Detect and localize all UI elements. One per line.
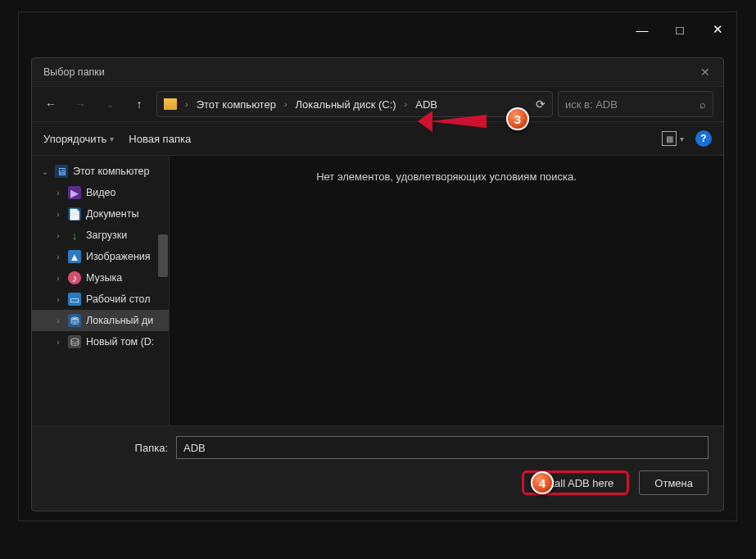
organize-label: Упорядочить (43, 133, 106, 145)
chevron-right-icon: › (185, 99, 188, 109)
new-folder-label: Новая папка (129, 133, 191, 145)
sidebar-item-3[interactable]: ›↓Загрузки (32, 225, 169, 246)
tree-item-icon: ♪ (68, 271, 81, 284)
chevron-icon: › (53, 338, 63, 347)
toolbar: Упорядочить ▾ Новая папка ▦ ▾ ? (32, 122, 723, 155)
folder-tree-sidebar: ⌄🖥Этот компьютер›▶Видео›📄Документы›↓Загр… (32, 156, 170, 425)
tree-item-label: Этот компьютер (73, 166, 149, 177)
breadcrumb-drive[interactable]: Локальный диск (C:) (296, 98, 396, 111)
sidebar-item-8[interactable]: ›⛁Новый том (D: (32, 331, 169, 352)
folder-field-label: Папка: (47, 442, 168, 454)
file-list-pane: Нет элементов, удовлетворяющих условиям … (170, 156, 723, 425)
folder-icon (164, 98, 177, 110)
chevron-right-icon: › (405, 99, 408, 109)
tree-item-label: Новый том (D: (86, 336, 154, 348)
tree-item-label: Локальный ди (86, 315, 153, 326)
tree-item-label: Документы (86, 208, 138, 220)
sidebar-item-7[interactable]: ›⛃Локальный ди (32, 310, 169, 331)
scrollbar-thumb[interactable] (158, 234, 168, 277)
folder-name-input[interactable] (176, 436, 708, 459)
organize-menu[interactable]: Упорядочить ▾ (43, 133, 114, 145)
sidebar-item-6[interactable]: ›▭Рабочий стол (32, 289, 169, 310)
sidebar-item-2[interactable]: ›📄Документы (32, 203, 169, 225)
address-bar[interactable]: › Этот компьютер › Локальный диск (C:) ›… (156, 91, 553, 117)
chevron-icon: › (53, 231, 63, 240)
tree-item-icon: ▶ (68, 186, 81, 199)
tree-item-icon: ⛁ (68, 335, 81, 348)
search-input[interactable]: иск в: ADB ⌕ (558, 91, 713, 117)
chevron-down-icon: ▾ (110, 134, 114, 143)
cancel-button[interactable]: Отмена (639, 470, 708, 495)
dialog-footer: Папка: Install ADB here Отмена (32, 425, 723, 508)
tree-item-label: Рабочий стол (86, 293, 150, 305)
new-folder-button[interactable]: Новая папка (129, 133, 191, 145)
tree-item-label: Загрузки (86, 230, 127, 241)
chevron-icon: › (53, 316, 63, 325)
tree-item-icon: ▲ (68, 250, 81, 263)
view-grid-icon: ▦ (662, 131, 677, 146)
annotation-marker-4: 4 (531, 471, 554, 494)
forward-button[interactable]: → (68, 92, 93, 116)
sidebar-item-0[interactable]: ⌄🖥Этот компьютер (32, 161, 169, 182)
navigation-bar: ← → ⌄ ↑ › Этот компьютер › Локальный дис… (32, 86, 723, 122)
breadcrumb-folder[interactable]: ADB (415, 98, 437, 111)
tree-item-icon: ▭ (68, 293, 81, 306)
refresh-button[interactable]: ⟳ (536, 98, 545, 111)
up-button[interactable]: ↑ (127, 92, 152, 116)
back-button[interactable]: ← (38, 92, 63, 116)
window-controls: — □ ✕ (623, 12, 736, 47)
dialog-body: ⌄🖥Этот компьютер›▶Видео›📄Документы›↓Загр… (32, 155, 723, 425)
view-mode-button[interactable]: ▦ ▾ (662, 131, 684, 146)
close-button[interactable]: ✕ (699, 12, 736, 47)
minimize-button[interactable]: — (623, 12, 661, 47)
dialog-close-button[interactable]: ✕ (694, 61, 717, 84)
tree-item-icon: ⛃ (68, 314, 81, 327)
tree-item-icon: 📄 (68, 207, 81, 220)
chevron-icon: ⌄ (40, 167, 50, 176)
chevron-icon: › (53, 210, 63, 219)
chevron-icon: › (53, 295, 63, 304)
sidebar-item-1[interactable]: ›▶Видео (32, 182, 169, 203)
annotation-marker-3: 3 (506, 107, 529, 130)
breadcrumb-root[interactable]: Этот компьютер (197, 98, 276, 111)
chevron-down-icon: ▾ (680, 134, 684, 143)
sidebar-item-4[interactable]: ›▲Изображения (32, 246, 169, 267)
folder-picker-dialog: Выбор папки ✕ ← → ⌄ ↑ › Этот компьютер ›… (31, 57, 724, 511)
dialog-title: Выбор папки (43, 66, 105, 78)
tree-item-icon: 🖥 (55, 165, 68, 178)
chevron-icon: › (53, 252, 63, 261)
outer-titlebar: — □ ✕ (19, 12, 736, 47)
tree-item-icon: ↓ (68, 229, 81, 242)
search-icon: ⌕ (699, 98, 706, 111)
search-placeholder: иск в: ADB (565, 98, 618, 111)
chevron-icon: › (53, 189, 63, 198)
empty-state-text: Нет элементов, удовлетворяющих условиям … (316, 170, 577, 183)
chevron-right-icon: › (284, 99, 287, 109)
help-button[interactable]: ? (695, 130, 712, 147)
tree-item-label: Видео (86, 187, 116, 198)
chevron-icon: › (53, 274, 63, 283)
sidebar-item-5[interactable]: ›♪Музыка (32, 267, 169, 289)
tree-item-label: Изображения (86, 251, 151, 262)
tree-item-label: Музыка (86, 272, 122, 284)
dialog-titlebar: Выбор папки ✕ (32, 58, 723, 86)
maximize-button[interactable]: □ (661, 12, 699, 47)
annotation-arrow-icon (429, 115, 487, 128)
recent-dropdown-icon[interactable]: ⌄ (97, 92, 122, 116)
